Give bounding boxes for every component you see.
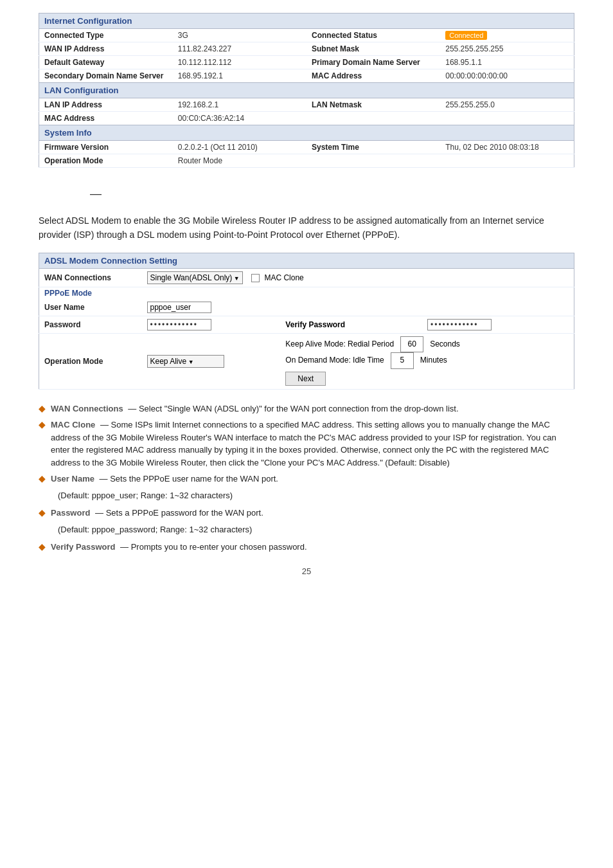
- sys-empty-label: [306, 154, 440, 168]
- bullet-verify-desc: — Prompts you to re-enter your chosen pa…: [120, 542, 306, 552]
- bullet-wan-text: WAN Connections — Select "Single WAN (AD…: [51, 402, 459, 415]
- bullet-username-text: User Name — Sets the PPPoE user name for…: [51, 473, 278, 485]
- bullet-wan-desc: — Select "Single WAN (ADSL only)" for th…: [128, 404, 458, 413]
- dash-separator: —: [90, 187, 574, 201]
- mac-clone-label: MAC Clone: [264, 273, 303, 282]
- connected-badge: Connected: [445, 31, 487, 40]
- bullet-username-bold: User Name: [51, 474, 94, 484]
- bullet-password-sub: (Default: pppoe_password; Range: 1~32 ch…: [58, 523, 574, 536]
- bullet-mac-desc: — Some ISPs limit Internet connections t…: [51, 420, 556, 467]
- default-gateway-value: 10.112.112.112: [173, 56, 306, 69]
- lan-netmask-label: LAN Netmask: [306, 98, 440, 112]
- keep-alive-input[interactable]: 60: [400, 336, 423, 353]
- bullet-mac-text: MAC Clone — Some ISPs limit Internet con…: [51, 419, 574, 469]
- secondary-dns-label: Secondary Domain Name Server: [39, 69, 173, 83]
- system-time-label: System Time: [306, 141, 440, 154]
- keep-alive-label: Keep Alive Mode: Redial Period: [285, 339, 394, 348]
- op-mode-select-cell: Keep Alive: [142, 333, 281, 389]
- lan-config-header: LAN Configuration: [39, 83, 574, 98]
- bullet-mac-clone: ◆ MAC Clone — Some ISPs limit Internet c…: [39, 419, 574, 469]
- mac-address-value: 00:00:00:00:00:00: [440, 69, 574, 83]
- bullet-diamond-3: ◆: [39, 473, 46, 484]
- wan-connections-label: WAN Connections: [39, 268, 142, 287]
- firmware-value: 0.2.0.2-1 (Oct 11 2010): [173, 141, 306, 154]
- verify-password-cell2: ••••••••••••: [422, 316, 574, 333]
- bullet-diamond-1: ◆: [39, 403, 46, 413]
- lan-mac-value: 00:C0:CA:36:A2:14: [173, 112, 306, 125]
- bullet-verify-text: Verify Password — Prompts you to re-ente…: [51, 541, 307, 554]
- lan-ip-label: LAN IP Address: [39, 98, 173, 112]
- on-demand-label: On Demand Mode: Idle Time: [285, 356, 384, 365]
- internet-config-table: Internet Configuration Connected Type 3G…: [39, 13, 574, 168]
- subnet-mask-value: 255.255.255.255: [440, 42, 574, 56]
- connected-status-label: Connected Status: [306, 29, 440, 42]
- lan-mac-label: MAC Address: [39, 112, 173, 125]
- op-mode-label: Operation Mode: [39, 333, 142, 389]
- connected-status-value: Connected: [440, 29, 574, 42]
- user-name-input[interactable]: pppoe_user: [147, 302, 211, 313]
- op-mode-select[interactable]: Keep Alive: [147, 355, 224, 368]
- bullet-diamond-5: ◆: [39, 541, 46, 552]
- password-label: Password: [39, 316, 142, 333]
- sys-empty-value: [440, 154, 574, 168]
- bullet-username: ◆ User Name — Sets the PPPoE user name f…: [39, 473, 574, 485]
- firmware-label: Firmware Version: [39, 141, 173, 154]
- primary-dns-label: Primary Domain Name Server: [306, 56, 440, 69]
- lan-ip-value: 192.168.2.1: [173, 98, 306, 112]
- op-mode-settings-cell: Keep Alive Mode: Redial Period 60 Second…: [280, 333, 574, 389]
- verify-password-label2: Verify Password: [280, 316, 422, 333]
- operation-mode-value: Router Mode: [173, 154, 306, 168]
- bullet-username-sub: (Default: pppoe_user; Range: 1~32 charac…: [58, 489, 574, 502]
- keep-alive-unit: Seconds: [430, 339, 460, 348]
- bullet-wan-bold: WAN Connections: [51, 404, 123, 413]
- internet-config-header: Internet Configuration: [39, 14, 574, 29]
- bullet-password: ◆ Password — Sets a PPPoE password for t…: [39, 507, 574, 520]
- bullet-verify-password: ◆ Verify Password — Prompts you to re-en…: [39, 541, 574, 554]
- bullet-verify-bold: Verify Password: [51, 542, 115, 552]
- password-cell: ••••••••••••: [142, 316, 281, 333]
- page-number: 25: [39, 566, 574, 576]
- bullet-mac-bold: MAC Clone: [51, 420, 95, 429]
- operation-mode-label: Operation Mode: [39, 154, 173, 168]
- next-button[interactable]: Next: [285, 372, 326, 386]
- user-name-label: User Name: [39, 299, 142, 316]
- default-gateway-label: Default Gateway: [39, 56, 173, 69]
- system-time-value: Thu, 02 Dec 2010 08:03:18: [440, 141, 574, 154]
- wan-ip-label: WAN IP Address: [39, 42, 173, 56]
- verify-password-cell: [422, 299, 574, 316]
- bullet-password-bold: Password: [51, 508, 90, 518]
- lan-empty-value: [440, 112, 574, 125]
- bullets-section: ◆ WAN Connections — Select "Single WAN (…: [39, 402, 574, 554]
- pppoe-mode-cell: [142, 287, 574, 299]
- verify-password-input[interactable]: ••••••••••••: [427, 319, 492, 330]
- bullet-diamond-4: ◆: [39, 507, 46, 518]
- password-input[interactable]: ••••••••••••: [147, 319, 211, 330]
- adsl-header: ADSL Modem Connection Setting: [39, 253, 574, 268]
- bullet-password-text: Password — Sets a PPPoE password for the…: [51, 507, 263, 520]
- lan-netmask-value: 255.255.255.0: [440, 98, 574, 112]
- bullet-password-desc: — Sets a PPPoE password for the WAN port…: [95, 508, 263, 518]
- on-demand-unit: Minutes: [420, 356, 447, 365]
- wan-connections-cell: Single Wan(ADSL Only) MAC Clone: [142, 268, 574, 287]
- connected-type-label: Connected Type: [39, 29, 173, 42]
- wan-connections-select[interactable]: Single Wan(ADSL Only): [147, 271, 243, 284]
- wan-ip-value: 111.82.243.227: [173, 42, 306, 56]
- verify-password-label-cell: [280, 299, 422, 316]
- mac-clone-checkbox[interactable]: [251, 274, 260, 282]
- user-name-cell: pppoe_user: [142, 299, 281, 316]
- system-info-header: System Info: [39, 125, 574, 141]
- pppoe-mode-label: PPPoE Mode: [39, 287, 142, 299]
- on-demand-input[interactable]: 5: [391, 352, 414, 369]
- bullet-username-desc: — Sets the PPPoE user name for the WAN p…: [100, 474, 278, 484]
- bullet-diamond-2: ◆: [39, 419, 46, 429]
- adsl-table: ADSL Modem Connection Setting WAN Connec…: [39, 253, 574, 390]
- connected-type-value: 3G: [173, 29, 306, 42]
- body-paragraph: Select ADSL Modem to enable the 3G Mobil…: [39, 213, 574, 242]
- secondary-dns-value: 168.95.192.1: [173, 69, 306, 83]
- lan-empty-label: [306, 112, 440, 125]
- primary-dns-value: 168.95.1.1: [440, 56, 574, 69]
- subnet-mask-label: Subnet Mask: [306, 42, 440, 56]
- mac-address-label: MAC Address: [306, 69, 440, 83]
- bullet-wan-connections: ◆ WAN Connections — Select "Single WAN (…: [39, 402, 574, 415]
